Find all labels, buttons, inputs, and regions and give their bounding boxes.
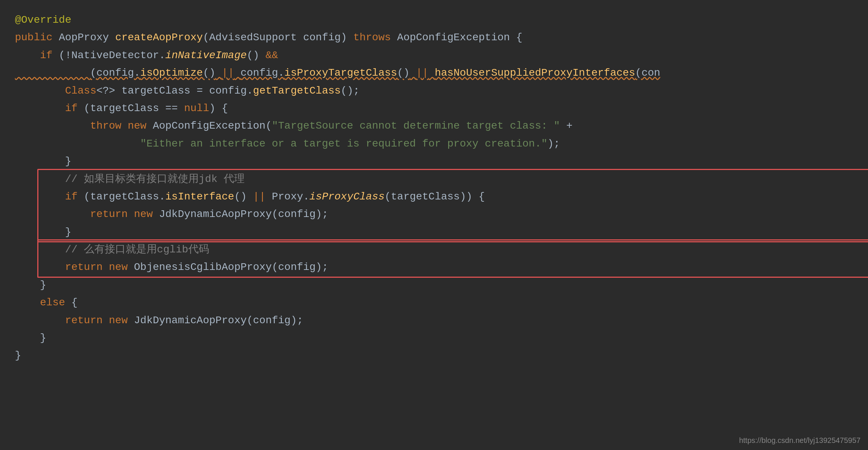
code-line-19: } [15, 329, 853, 347]
code-line-5: Class<?> targetClass = config.getTargetC… [15, 82, 853, 100]
code-line-16: } [15, 276, 853, 294]
code-line-7: throw new AopConfigException("TargetSour… [15, 117, 853, 135]
code-line-11: if (targetClass.isInterface() || Proxy.i… [15, 188, 853, 205]
code-line-20: } [15, 347, 853, 364]
code-container: @Override public AopProxy createAopProxy… [0, 0, 868, 376]
code-line-9: } [15, 152, 853, 170]
code-line-2: public AopProxy createAopProxy(AdvisedSu… [15, 29, 853, 46]
code-line-17: else { [15, 294, 853, 311]
code-line-18: return new JdkDynamicAopProxy(config); [15, 312, 853, 329]
code-line-4: (config.isOptimize() || config.isProxyTa… [15, 64, 853, 82]
code-line-8: "Either an interface or a target is requ… [15, 135, 853, 152]
code-line-14: // 么有接口就是用cglib代码 [15, 241, 853, 258]
url-bar: https://blog.csdn.net/lyj13925475957 [739, 435, 861, 446]
code-line-13: } [15, 223, 853, 241]
code-line-6: if (targetClass == null) { [15, 100, 853, 117]
code-line-15: return new ObjenesisCglibAopProxy(config… [15, 258, 853, 276]
code-line-10: // 如果目标类有接口就使用jdk 代理 [15, 170, 853, 188]
code-line-1: @Override [15, 11, 853, 29]
code-line-3: if (!NativeDetector.inNativeImage() && [15, 47, 853, 64]
code-line-12: return new JdkDynamicAopProxy(config); [15, 205, 853, 223]
